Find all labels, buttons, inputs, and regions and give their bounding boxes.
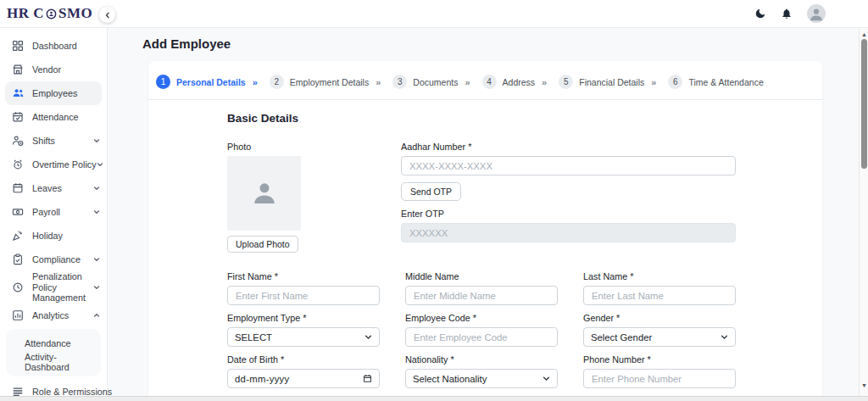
chevron-down-icon (542, 375, 550, 382)
date-of-birth-input[interactable]: dd-mm-yyyy (227, 369, 380, 388)
notifications-bell-icon[interactable] (781, 8, 793, 19)
sidebar-subitem-label: Attendance (25, 338, 71, 348)
sidebar-subitem-activity-dashboard[interactable]: Activity-Dashboard (6, 353, 101, 371)
select-value: Select Gender (591, 332, 652, 343)
logo-text-suffix: SMO (58, 5, 92, 22)
sidebar-item-label: Attendance (32, 112, 79, 123)
employment-type-select[interactable]: SELECT (227, 327, 380, 347)
horizontal-scrollbar[interactable] (0, 396, 868, 401)
sidebar-item-dashboard[interactable]: Dashboard (0, 34, 107, 58)
sidebar-item-analytics[interactable]: Analytics (0, 304, 107, 327)
scroll-up-arrow-icon[interactable]: ▲ (860, 30, 868, 38)
sidebar-item-label: Penalization Policy Management (32, 271, 93, 304)
sidebar-item-shifts[interactable]: Shifts (0, 129, 107, 153)
phone-number-label: Phone Number * (583, 354, 736, 365)
sidebar: Dashboard Vendor Employees Attendance Sh… (0, 28, 108, 396)
sidebar-item-compliance[interactable]: Compliance (0, 248, 107, 271)
step-time-attendance[interactable]: 6 Time & Attendance (668, 75, 763, 89)
calendar-icon (12, 182, 25, 194)
gender-label: Gender * (583, 313, 736, 323)
employee-code-label: Employee Code * (405, 313, 558, 323)
logo-o-icon (46, 8, 57, 19)
sidebar-item-attendance[interactable]: Attendance (0, 105, 107, 129)
otp-input[interactable] (401, 223, 736, 242)
step-financial-details[interactable]: 5 Financial Details » (559, 75, 656, 89)
dark-mode-moon-icon[interactable] (754, 8, 766, 19)
sidebar-collapse-button[interactable] (99, 7, 115, 23)
step-label: Financial Details (579, 77, 644, 87)
person-silhouette-icon (246, 175, 283, 212)
nationality-select[interactable]: Select Nationality (405, 369, 558, 388)
sidebar-item-leaves[interactable]: Leaves (0, 176, 107, 200)
chevron-down-icon (364, 333, 372, 341)
aadhar-number-label: Aadhar Number * (401, 142, 736, 152)
topbar: HR CSMO (0, 0, 868, 28)
step-label: Employment Details (290, 77, 369, 87)
step-label: Documents (413, 77, 458, 87)
middle-name-input[interactable] (405, 286, 558, 305)
step-number: 4 (482, 75, 497, 89)
sidebar-item-label: Dashboard (32, 41, 77, 52)
party-popper-icon (12, 230, 25, 242)
upload-photo-button[interactable]: Upload Photo (227, 236, 298, 253)
sidebar-subitem-label: Activity-Dashboard (25, 352, 101, 372)
alarm-clock-icon (12, 159, 25, 170)
sidebar-item-label: Shifts (32, 136, 55, 147)
banknote-icon (12, 206, 25, 218)
step-separator-icon: » (651, 77, 656, 87)
step-address[interactable]: 4 Address » (482, 75, 548, 89)
step-label: Personal Details (176, 77, 246, 87)
logo-text-prefix: HR C (7, 5, 44, 22)
first-name-label: First Name * (227, 271, 380, 281)
step-separator-icon: » (376, 77, 381, 87)
add-employee-card: 1 Personal Details » 2 Employment Detail… (148, 61, 822, 401)
step-number: 3 (392, 75, 407, 89)
sidebar-item-payroll[interactable]: Payroll (0, 200, 107, 224)
gender-select[interactable]: Select Gender (583, 327, 736, 347)
calendar-icon (363, 374, 372, 383)
clock-icon (12, 281, 25, 293)
date-of-birth-label: Date of Birth * (227, 354, 380, 365)
sidebar-item-employees[interactable]: Employees (5, 81, 102, 105)
vertical-scrollbar[interactable]: ▲ ▼ (859, 28, 868, 396)
form-row: Employment Type * SELECT Employee Code *… (227, 313, 736, 347)
employee-code-input[interactable] (405, 327, 558, 347)
step-separator-icon: » (465, 77, 470, 87)
step-documents[interactable]: 3 Documents » (392, 75, 470, 89)
scroll-down-arrow-icon[interactable]: ▼ (860, 381, 868, 389)
enter-otp-label: Enter OTP (401, 209, 736, 219)
wizard-stepper: 1 Personal Details » 2 Employment Detail… (148, 61, 822, 89)
chevron-down-icon (93, 256, 100, 263)
chevron-down-icon (721, 333, 728, 341)
sidebar-item-holiday[interactable]: Holiday (0, 224, 107, 248)
employees-people-icon (12, 87, 25, 99)
select-value: SELECT (235, 332, 272, 343)
sidebar-item-label: Compliance (32, 254, 81, 265)
form-row: First Name * Middle Name Last Name * (227, 271, 736, 305)
send-otp-button[interactable]: Send OTP (401, 182, 461, 201)
main-content: Add Employee 1 Personal Details » 2 Empl… (108, 28, 860, 401)
sidebar-item-label: Employees (32, 88, 77, 99)
last-name-input[interactable] (583, 286, 736, 305)
phone-number-input[interactable] (583, 369, 736, 388)
photo-placeholder (227, 156, 301, 231)
step-employment-details[interactable]: 2 Employment Details » (270, 75, 381, 89)
aadhar-number-input[interactable] (401, 156, 736, 175)
sidebar-item-penalization-policy-management[interactable]: Penalization Policy Management (0, 271, 107, 304)
vertical-scrollbar-thumb[interactable] (861, 39, 867, 169)
sidebar-item-label: Overtime Policy (32, 159, 97, 170)
divider (148, 99, 822, 100)
step-personal-details[interactable]: 1 Personal Details » (156, 75, 258, 89)
sidebar-subitem-attendance[interactable]: Attendance (6, 334, 101, 353)
select-value: Select Nationality (413, 374, 487, 384)
first-name-input[interactable] (227, 286, 380, 305)
user-avatar[interactable] (807, 4, 826, 23)
step-separator-icon: » (253, 77, 258, 87)
chevron-down-icon (93, 284, 100, 291)
page-title: Add Employee (142, 36, 231, 51)
store-icon (12, 64, 25, 75)
dashboard-icon (12, 40, 25, 52)
sidebar-item-overtime-policy[interactable]: Overtime Policy (0, 153, 107, 176)
sidebar-item-vendor[interactable]: Vendor (0, 58, 107, 81)
step-separator-icon: » (542, 77, 547, 87)
